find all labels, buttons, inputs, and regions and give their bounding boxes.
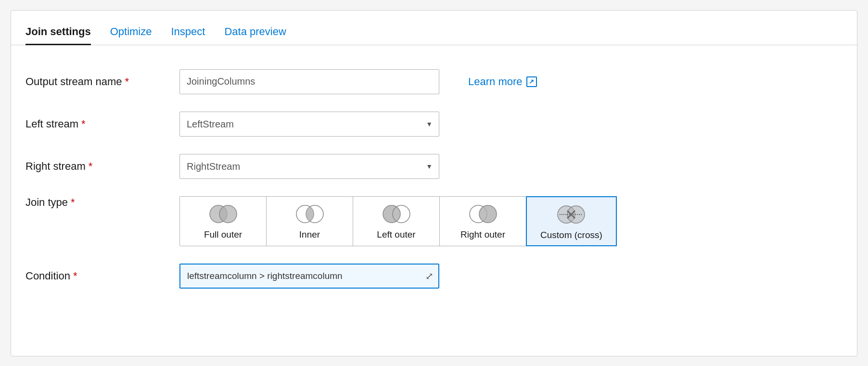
full-outer-venn-icon	[208, 203, 239, 225]
left-stream-required: *	[81, 118, 86, 130]
learn-more-link[interactable]: Learn more ↗	[468, 76, 537, 88]
svg-point-1	[219, 205, 237, 223]
output-stream-required: *	[125, 76, 129, 88]
left-stream-select[interactable]: LeftStream	[179, 112, 439, 137]
left-stream-select-wrapper: LeftStream ▼	[179, 112, 439, 137]
right-outer-label: Right outer	[460, 229, 505, 240]
join-settings-panel: Join settings Optimize Inspect Data prev…	[11, 10, 857, 356]
condition-input[interactable]	[179, 264, 439, 289]
condition-input-wrapper: ⤢	[179, 264, 439, 289]
join-option-full-outer[interactable]: Full outer	[180, 197, 267, 246]
join-type-options: Full outer Inner	[179, 196, 617, 246]
tab-optimize[interactable]: Optimize	[110, 25, 152, 45]
join-type-row: Join type * Full outer	[26, 196, 842, 246]
condition-row: Condition * ⤢	[26, 264, 842, 289]
right-outer-venn-icon	[468, 203, 498, 225]
svg-point-6	[383, 205, 400, 223]
inner-label: Inner	[299, 229, 320, 240]
tab-data-preview[interactable]: Data preview	[224, 25, 286, 45]
output-stream-input[interactable]	[179, 69, 439, 94]
right-stream-row: Right stream * RightStream ▼	[26, 154, 842, 179]
right-stream-required: *	[89, 160, 93, 173]
external-link-icon: ↗	[526, 76, 537, 87]
tab-bar: Join settings Optimize Inspect Data prev…	[11, 11, 857, 45]
svg-point-9	[479, 205, 497, 223]
right-stream-select[interactable]: RightStream	[179, 154, 439, 179]
join-option-inner[interactable]: Inner	[267, 197, 353, 246]
condition-expand-icon[interactable]: ⤢	[425, 270, 434, 282]
join-option-right-outer[interactable]: Right outer	[440, 197, 526, 246]
full-outer-label: Full outer	[204, 229, 242, 240]
join-type-label: Join type *	[26, 196, 179, 209]
form-content: Output stream name * Learn more ↗ Left s…	[11, 45, 857, 330]
tab-inspect[interactable]: Inspect	[171, 25, 205, 45]
join-option-left-outer[interactable]: Left outer	[353, 197, 440, 246]
custom-cross-label: Custom (cross)	[540, 230, 602, 240]
right-stream-label: Right stream *	[26, 160, 179, 173]
right-stream-select-wrapper: RightStream ▼	[179, 154, 439, 179]
custom-cross-venn-icon	[556, 204, 587, 225]
output-stream-label: Output stream name *	[26, 76, 179, 88]
condition-label: Condition *	[26, 270, 179, 282]
tab-join-settings[interactable]: Join settings	[26, 25, 91, 45]
left-stream-label: Left stream *	[26, 118, 179, 130]
left-stream-row: Left stream * LeftStream ▼	[26, 112, 842, 137]
left-outer-label: Left outer	[377, 229, 415, 240]
output-stream-row: Output stream name * Learn more ↗	[26, 69, 842, 94]
join-type-required: *	[71, 196, 75, 209]
left-outer-venn-icon	[381, 203, 412, 225]
learn-more-label: Learn more	[468, 76, 523, 88]
condition-required: *	[73, 270, 77, 282]
inner-venn-icon	[294, 203, 325, 225]
join-option-custom-cross[interactable]: Custom (cross)	[526, 196, 617, 246]
